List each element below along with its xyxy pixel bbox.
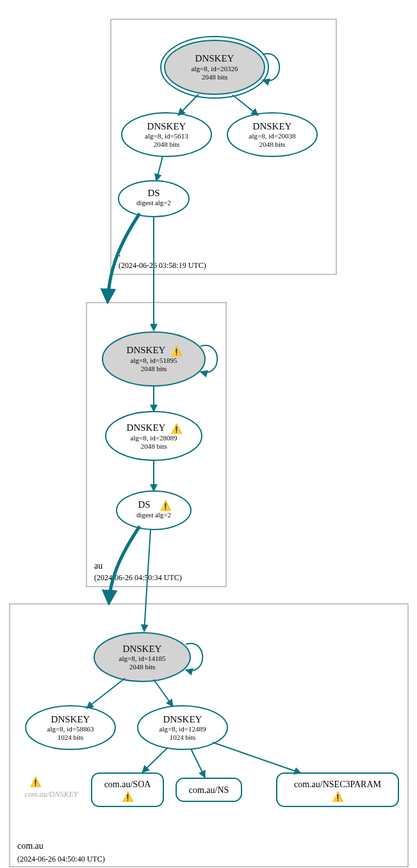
svg-text:2048 bits: 2048 bits — [154, 140, 180, 148]
node-root-ds: DS digest alg=2 — [119, 181, 189, 217]
edge-zsk2-to-soa — [142, 747, 168, 772]
warning-icon: ⚠️ — [170, 346, 183, 357]
rrset-soa: com.au/SOA ⚠️ — [92, 773, 163, 806]
node-root-zsk2: DNSKEY alg=8, id=20038 2048 bits — [227, 113, 317, 156]
warning-icon: ⚠️ — [170, 423, 183, 435]
svg-text:DNSKEY: DNSKEY — [163, 714, 202, 724]
zone-comau-timestamp: (2024-06-26 04:50:40 UTC) — [17, 855, 105, 864]
warning-icon: ⚠️ — [29, 776, 42, 788]
svg-text:com.au/SOA: com.au/SOA — [104, 780, 152, 789]
node-au-zsk: DNSKEY ⚠️ alg=8, id=28089 2048 bits — [106, 412, 202, 460]
node-au-ksk: DNSKEY ⚠️ alg=8, id=51895 2048 bits — [102, 332, 205, 386]
edge-root-ksk-to-zsk2 — [233, 95, 258, 115]
edge-root-ds-to-au-zone — [108, 213, 140, 301]
svg-text:alg=8, id=51895: alg=8, id=51895 — [131, 356, 177, 364]
edge-zsk2-to-nsec3param — [213, 742, 301, 773]
svg-text:alg=8, id=14185: alg=8, id=14185 — [119, 655, 166, 662]
zone-comau-label: com.au — [17, 841, 44, 851]
edge-root-zsk1-to-ds — [156, 156, 163, 181]
zone-root-timestamp: (2024-06-26 03:58:19 UTC) — [119, 261, 206, 270]
rrset-nsec3param: com.au/NSEC3PARAM ⚠️ — [277, 773, 398, 806]
node-root-ksk: DNSKEY alg=8, id=20326 2048 bits — [161, 37, 268, 98]
svg-text:DNSKEY: DNSKEY — [127, 422, 166, 433]
svg-text:2048 bits: 2048 bits — [259, 140, 286, 148]
svg-text:com.au/DNSKEY: com.au/DNSKEY — [24, 790, 78, 799]
svg-text:2048 bits: 2048 bits — [202, 73, 228, 81]
svg-text:DS: DS — [147, 188, 159, 198]
svg-text:2048 bits: 2048 bits — [141, 365, 167, 372]
svg-text:alg=8, id=5613: alg=8, id=5613 — [145, 132, 188, 140]
warning-icon: ⚠️ — [159, 500, 172, 512]
edge-comau-ksk-to-zsk1 — [86, 678, 125, 708]
svg-text:DNSKEY: DNSKEY — [127, 345, 166, 355]
svg-text:alg=8, id=58863: alg=8, id=58863 — [47, 725, 94, 733]
warning-icon: ⚠️ — [332, 791, 344, 803]
edge-au-ds-to-comau-zone — [109, 526, 140, 603]
svg-text:alg=8, id=20038: alg=8, id=20038 — [249, 132, 296, 140]
svg-text:DNSKEY: DNSKEY — [147, 121, 186, 131]
svg-text:alg=8, id=28089: alg=8, id=28089 — [131, 434, 177, 442]
node-comau-ksk: DNSKEY alg=8, id=14185 2048 bits — [94, 633, 190, 681]
edge-root-ksk-to-zsk1 — [178, 94, 199, 115]
svg-text:alg=8, id=12489: alg=8, id=12489 — [159, 725, 206, 733]
svg-text:DNSKEY: DNSKEY — [51, 714, 90, 724]
node-au-ds: DS ⚠️ digest alg=2 — [117, 491, 191, 530]
svg-text:2048 bits: 2048 bits — [141, 442, 167, 450]
svg-text:com.au/NSEC3PARAM: com.au/NSEC3PARAM — [294, 780, 382, 789]
svg-text:DNSKEY: DNSKEY — [253, 121, 292, 131]
svg-point-24 — [117, 491, 191, 530]
svg-text:alg=8, id=20326: alg=8, id=20326 — [192, 65, 238, 72]
warning-icon: ⚠️ — [122, 791, 134, 803]
node-root-zsk1: DNSKEY alg=8, id=5613 2048 bits — [122, 113, 211, 156]
svg-text:2048 bits: 2048 bits — [129, 663, 156, 671]
svg-text:DS: DS — [138, 499, 150, 510]
zone-au-timestamp: (2024-06-26 04:50:34 UTC) — [94, 573, 182, 582]
node-comau-dnskey-ghost: ⚠️ com.au/DNSKEY — [24, 776, 78, 799]
svg-text:1024 bits: 1024 bits — [58, 733, 84, 741]
svg-text:DNSKEY: DNSKEY — [123, 644, 162, 654]
svg-text:1024 bits: 1024 bits — [170, 733, 196, 741]
svg-text:digest alg=2: digest alg=2 — [136, 511, 171, 519]
edge-comau-ksk-to-zsk2 — [154, 680, 173, 706]
svg-text:com.au/NS: com.au/NS — [189, 785, 229, 795]
svg-text:DNSKEY: DNSKEY — [195, 53, 234, 63]
zone-au-label: au — [94, 561, 102, 571]
edge-zsk2-to-ns — [191, 749, 205, 778]
svg-text:digest alg=2: digest alg=2 — [136, 199, 171, 206]
rrset-ns: com.au/NS — [176, 778, 241, 801]
node-comau-zsk1: DNSKEY alg=8, id=58863 1024 bits — [26, 706, 115, 749]
